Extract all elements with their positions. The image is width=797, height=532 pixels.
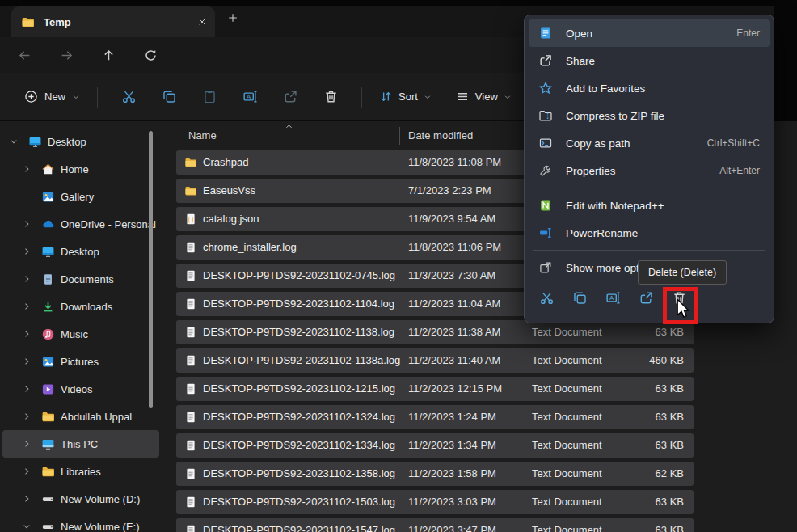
forward-button[interactable] [56,44,77,65]
file-explorer-window: Temp This PCLocal Disk (C:)WindowsTemp N… [0,0,797,532]
file-name: DESKTOP-P9TDS92-20231102-1547.log [203,524,395,532]
new-button[interactable]: New [18,85,86,108]
trash-icon [323,89,339,104]
chevron-right-icon[interactable] [22,219,32,229]
view-button[interactable]: View [449,85,518,108]
chevron-right-icon[interactable] [22,439,32,449]
sidebar-item-gallery[interactable]: Gallery [2,183,159,210]
menu-item-label: Copy as path [566,137,707,150]
chevron-down-icon[interactable] [9,137,19,146]
file-name: DESKTOP-P9TDS92-20231102-1215.log [203,382,395,395]
sidebar-item-label: Abdullah Uppal [61,411,132,423]
sidebar-item-home[interactable]: Home [2,155,159,183]
sidebar-item-label: OneDrive - Personal [61,218,156,230]
delete-tooltip: Delete (Delete) [638,260,727,285]
sidebar-item-abdullah-uppal[interactable]: Abdullah Uppal [2,403,159,430]
share-button[interactable] [273,82,307,112]
file-row[interactable]: DESKTOP-P9TDS92-20231102-1503.log11/2/20… [176,490,694,514]
chevron-right-icon[interactable] [22,274,32,284]
close-tab-icon[interactable] [197,17,207,27]
file-row[interactable]: DESKTOP-P9TDS92-20231102-1215.log11/2/20… [176,377,694,401]
menu-item-shortcut: Ctrl+Shift+C [707,137,760,149]
file-name: DESKTOP-P9TDS92-20231102-1334.log [203,439,395,451]
sidebar-item-this-pc[interactable]: This PC [2,430,159,458]
sidebar-item-desktop[interactable]: Desktop [2,128,159,155]
quick-copy-button[interactable] [566,284,593,311]
sort-button[interactable]: Sort [373,85,438,108]
chevron-right-icon[interactable] [22,164,32,174]
sidebar-item-downloads[interactable]: Downloads [2,293,159,320]
file-date-modified: 11/2/2023 3:47 PM [408,524,496,532]
copy-button[interactable] [152,82,186,112]
up-button[interactable] [98,44,119,65]
quick-cut-button[interactable] [533,284,560,311]
file-type: Text Document [532,524,602,532]
file-date-modified: 11/2/2023 12:15 PM [408,382,502,395]
chevron-right-icon[interactable] [22,494,32,504]
sidebar-item-libraries[interactable]: Libraries [2,458,159,485]
folder-icon [184,184,197,197]
file-date-modified: 11/8/2023 11:06 PM [408,241,501,253]
quick-rename-button[interactable]: A [599,284,626,311]
new-tab-button[interactable] [227,12,238,23]
file-date-modified: 7/1/2023 2:23 PM [408,184,491,196]
sidebar-item-desktop[interactable]: Desktop [2,238,159,265]
powerrename-icon [538,226,553,240]
sidebar-item-onedrive-personal[interactable]: OneDrive - Personal [2,210,159,238]
menu-item-edit-with-notepad-[interactable]: Edit with Notepad++ [529,192,770,219]
menu-item-share[interactable]: Share [529,47,770,74]
sidebar-item-label: Pictures [61,356,99,368]
chevron-right-icon[interactable] [22,329,32,339]
refresh-button[interactable] [140,44,161,65]
menu-item-copy-as-path[interactable]: Copy as pathCtrl+Shift+C [529,129,770,157]
textfile-icon [184,298,197,310]
file-date-modified: 11/2/2023 3:03 PM [408,496,496,508]
onedrive-icon [41,217,55,231]
chevron-right-icon[interactable] [22,412,32,421]
chevron-right-icon[interactable] [22,302,32,311]
file-row[interactable]: DESKTOP-P9TDS92-20231102-1324.log11/2/20… [176,405,694,429]
menu-item-properties[interactable]: PropertiesAlt+Enter [529,157,770,184]
chevron-down-icon[interactable] [22,521,32,531]
sidebar-item-documents[interactable]: Documents [2,265,159,293]
delete-button[interactable] [314,82,348,112]
file-name: DESKTOP-P9TDS92-20231102-0745.log [203,269,395,281]
file-row[interactable]: DESKTOP-P9TDS92-20231102-1334.log11/2/20… [176,433,694,458]
file-row[interactable]: DESKTOP-P9TDS92-20231102-1138a.log11/2/2… [176,348,694,373]
arrow-up-icon [102,49,116,62]
sidebar-item-new-volume-e-[interactable]: New Volume (E:) [2,513,159,532]
chevron-right-icon[interactable] [22,384,32,394]
file-name: DESKTOP-P9TDS92-20231102-1104.log [203,298,394,310]
tab-temp[interactable]: Temp [11,6,215,37]
column-divider[interactable] [399,127,400,145]
sidebar-item-label: New Volume (D:) [61,493,140,505]
sidebar-item-pictures[interactable]: Pictures [2,348,159,375]
cut-button[interactable] [112,82,145,112]
paste-button[interactable] [192,82,226,112]
menu-item-open[interactable]: OpenEnter [529,19,770,47]
sidebar-item-new-volume-d-[interactable]: New Volume (D:) [2,485,159,513]
back-button[interactable] [14,44,35,65]
file-row[interactable]: DESKTOP-P9TDS92-20231102-1547.log11/2/20… [176,518,694,532]
chevron-right-icon[interactable] [22,467,32,476]
menu-item-add-to-favorites[interactable]: Add to Favorites [529,74,770,102]
textfile-icon [184,467,197,480]
column-header-date[interactable]: Date modified [408,129,473,141]
column-header-name[interactable]: Name [188,129,217,141]
sidebar-item-music[interactable]: Music [2,320,159,348]
sidebar-scrollbar[interactable] [149,131,153,408]
file-row[interactable]: DESKTOP-P9TDS92-20231102-1138.log11/2/20… [176,320,694,344]
quick-share-button[interactable] [632,284,660,311]
menu-item-compress-to-zip-file[interactable]: Compress to ZIP file [529,102,770,129]
chevron-right-icon[interactable] [22,247,32,256]
menu-item-powerrename[interactable]: PowerRename [529,219,770,247]
open-icon [538,26,553,40]
rename-button[interactable]: A [233,82,267,112]
chevron-right-icon[interactable] [22,357,32,366]
star-icon [538,81,553,95]
downloads-icon [41,300,55,314]
sidebar-item-videos[interactable]: Videos [2,375,159,403]
copypath-icon [538,136,553,150]
folder-icon [41,410,55,424]
file-row[interactable]: DESKTOP-P9TDS92-20231102-1358.log11/2/20… [176,462,694,486]
